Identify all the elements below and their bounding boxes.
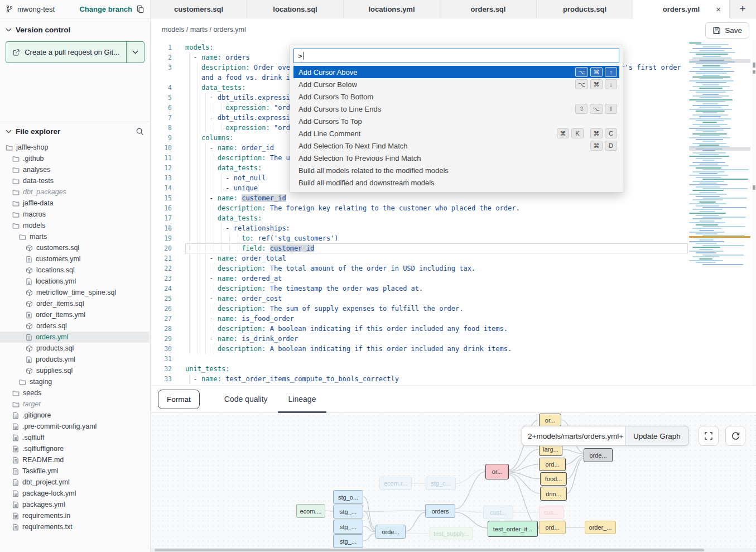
code-line[interactable]: 26 description: The sum of supply expens…: [151, 304, 688, 314]
editor-tab-products.sql[interactable]: products.sql: [537, 0, 633, 18]
lineage-node-stg_o[interactable]: stg_o...: [333, 490, 363, 504]
lineage-node-order_[interactable]: order_...: [585, 521, 616, 534]
palette-item-add-cursor-above[interactable]: Add Cursor Above⌥⌘↑: [293, 66, 619, 78]
file-item-macros[interactable]: macros: [0, 209, 150, 220]
code-line[interactable]: 19 to: ref('stg_customers'): [151, 233, 688, 243]
lineage-node-test_supply[interactable]: test_supply...: [430, 527, 473, 540]
palette-item-add-cursors-to-line-ends[interactable]: Add Cursors to Line Ends⇧⌥I: [293, 103, 619, 115]
refresh-button[interactable]: [725, 426, 745, 446]
code-line[interactable]: 29 - name: is_drink_order: [151, 334, 688, 344]
file-item-requirements.in[interactable]: requirements.in: [0, 510, 150, 521]
code-line[interactable]: 32unit_tests:: [151, 364, 688, 374]
palette-item-build-all-modified-and-downstream-models[interactable]: Build all modified and downstream models: [293, 176, 619, 189]
code-line[interactable]: 15 - name: customer_id: [151, 193, 688, 203]
lineage-node-drin[interactable]: drin...: [540, 487, 567, 501]
file-item-.sqlfluff[interactable]: .sqlfluff: [0, 432, 150, 443]
file-item-orders.yml[interactable]: orders.yml: [0, 332, 150, 343]
file-explorer-header[interactable]: File explorer: [0, 122, 150, 138]
file-item-packages.yml[interactable]: packages.yml: [0, 499, 150, 510]
file-item-.pre-commit-config.yaml[interactable]: .pre-commit-config.yaml: [0, 421, 150, 432]
palette-item-add-selection-to-next-find-match[interactable]: Add Selection To Next Find Match⌘D: [293, 140, 619, 152]
file-item-data-tests[interactable]: data-tests: [0, 175, 150, 186]
lineage-node-orde[interactable]: orde...: [375, 525, 406, 539]
code-line[interactable]: 33 - name: test_order_items_compute_to_b…: [151, 374, 688, 384]
file-item-locations.yml[interactable]: locations.yml: [0, 276, 150, 287]
file-item-package-lock.yml[interactable]: package-lock.yml: [0, 488, 150, 499]
code-line[interactable]: 21 - name: order_total: [151, 253, 688, 263]
lineage-node-or[interactable]: or...: [539, 414, 561, 426]
file-item-analyses[interactable]: analyses: [0, 164, 150, 175]
tab-lineage[interactable]: Lineage: [288, 386, 316, 413]
lineage-node-ecomr[interactable]: ecom.r...: [379, 477, 412, 490]
lineage-graph[interactable]: ecom....stg_o...stg_...stg_...stg_...ord…: [151, 413, 756, 549]
code-line[interactable]: 17 data_tests:: [151, 213, 688, 223]
search-icon[interactable]: [136, 127, 144, 136]
code-line[interactable]: 30 description: A boolean indicating if …: [151, 344, 688, 354]
create-pr-main[interactable]: Create a pull request on Git...: [6, 42, 126, 63]
file-item-products.yml[interactable]: products.yml: [0, 354, 150, 365]
lineage-node-food[interactable]: food...: [540, 472, 567, 486]
file-item-requirements.txt[interactable]: requirements.txt: [0, 521, 150, 532]
file-item-seeds[interactable]: seeds: [0, 387, 150, 399]
lineage-node-orde[interactable]: orde...: [584, 448, 613, 462]
file-item-metricflow_time_spine.sql[interactable]: metricflow_time_spine.sql: [0, 287, 150, 298]
palette-item-add-cursor-below[interactable]: Add Cursor Below⌥⌘↓: [293, 78, 619, 90]
lineage-node-ord[interactable]: ord...: [539, 458, 566, 471]
format-button[interactable]: Format: [158, 390, 200, 409]
code-line[interactable]: 28 description: A boolean indicating if …: [151, 324, 688, 334]
lineage-node-cust[interactable]: cust...: [483, 506, 513, 519]
file-item-marts[interactable]: marts: [0, 231, 150, 242]
file-item-order_items.yml[interactable]: order_items.yml: [0, 309, 150, 320]
update-graph-button[interactable]: Update Graph: [625, 426, 689, 446]
code-line[interactable]: 23 - name: ordered_at: [151, 273, 688, 284]
code-line[interactable]: 18 - relationships:: [151, 223, 688, 233]
lineage-node-ecom[interactable]: ecom....: [296, 504, 325, 518]
palette-item-add-cursors-to-bottom[interactable]: Add Cursors To Bottom: [293, 90, 619, 103]
file-item-.gitignore[interactable]: .gitignore: [0, 410, 150, 421]
file-item-supplies.sql[interactable]: supplies.sql: [0, 365, 150, 376]
lineage-node-test_order_it[interactable]: test_order_it...: [488, 521, 538, 537]
create-pr-button[interactable]: Create a pull request on Git...: [6, 41, 145, 63]
horizontal-scrollbar-thumb[interactable]: [155, 549, 704, 551]
file-item-locations.sql[interactable]: locations.sql: [0, 265, 150, 276]
editor-tab-orders.sql[interactable]: orders.sql: [440, 0, 537, 18]
editor-tab-orders.yml[interactable]: orders.yml×: [633, 0, 730, 18]
editor-tab-customers.sql[interactable]: customers.sql: [151, 0, 247, 18]
file-item-.github[interactable]: .github: [0, 153, 150, 164]
lineage-node-ord[interactable]: ord...: [539, 521, 566, 534]
file-item-target[interactable]: target: [0, 399, 150, 410]
file-item-jaffle-data[interactable]: jaffle-data: [0, 198, 150, 209]
minimap[interactable]: [689, 42, 750, 383]
code-line[interactable]: 24 description: The timestamp the order …: [151, 284, 688, 294]
file-item-models[interactable]: models: [0, 220, 150, 231]
code-line[interactable]: 25 - name: order_cost: [151, 294, 688, 304]
palette-item-add-selection-to-previous-find-match[interactable]: Add Selection To Previous Find Match: [293, 152, 619, 164]
create-pr-caret-button[interactable]: [126, 42, 144, 63]
lineage-search-input[interactable]: 2+models/marts/orders.yml+: [522, 426, 625, 446]
command-palette-input[interactable]: >: [293, 49, 619, 63]
copy-icon[interactable]: [136, 5, 145, 13]
file-item-README.md[interactable]: README.md: [0, 454, 150, 465]
code-line[interactable]: 22 description: The total amount of the …: [151, 263, 688, 273]
lineage-node-orders[interactable]: orders: [425, 504, 455, 518]
palette-item-add-line-comment[interactable]: Add Line Comment⌘K⌘C: [293, 127, 619, 140]
close-tab-icon[interactable]: ×: [716, 5, 721, 13]
file-item-dbt_packages[interactable]: dbt_packages: [0, 186, 150, 198]
lineage-node-cus[interactable]: cus...: [539, 506, 564, 519]
save-button[interactable]: Save: [705, 22, 749, 39]
lineage-node-stg_[interactable]: stg_...: [333, 520, 363, 534]
lineage-node-or[interactable]: or...: [485, 464, 509, 479]
version-control-header[interactable]: Version control: [0, 18, 150, 38]
editor-tab-locations.sql[interactable]: locations.sql: [247, 0, 344, 18]
new-tab-button[interactable]: +: [730, 0, 755, 18]
code-line[interactable]: 16 description: The foreign key relating…: [151, 203, 688, 213]
file-item-Taskfile.yml[interactable]: Taskfile.yml: [0, 465, 150, 477]
file-item-customers.yml[interactable]: customers.yml: [0, 253, 150, 265]
lineage-node-stg_[interactable]: stg_...: [333, 534, 363, 548]
palette-item-add-cursors-to-top[interactable]: Add Cursors To Top: [293, 115, 619, 127]
file-item-order_items.sql[interactable]: order_items.sql: [0, 298, 150, 309]
file-item-dbt_project.yml[interactable]: dbt_project.yml: [0, 477, 150, 488]
code-line[interactable]: 20 field: customer_id: [151, 243, 688, 253]
file-item-jaffle-shop[interactable]: jaffle-shop: [0, 142, 150, 153]
file-item-.sqlfluffignore[interactable]: .sqlfluffignore: [0, 443, 150, 454]
